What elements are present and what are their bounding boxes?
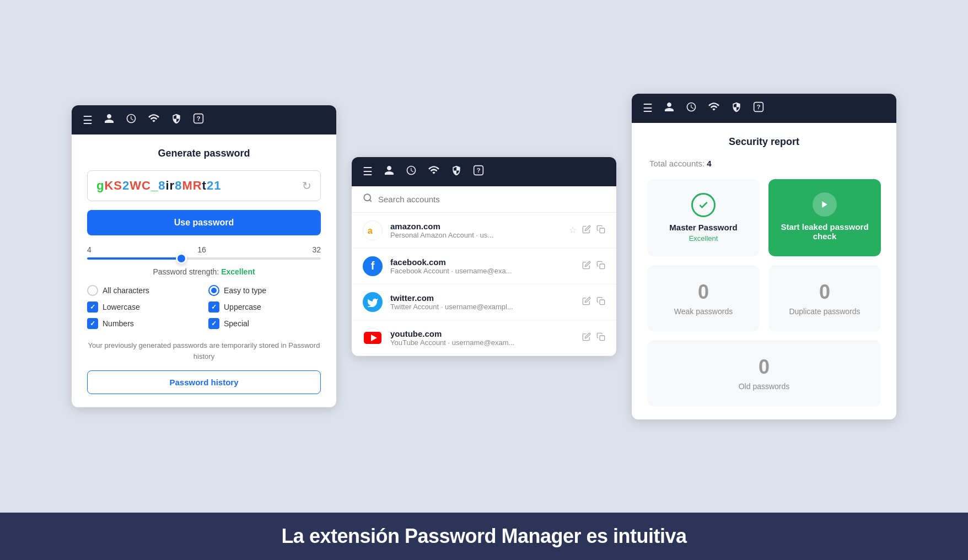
use-password-button[interactable]: Use password (87, 210, 321, 235)
hamburger-icon-3[interactable]: ☰ (643, 101, 653, 115)
easy-to-type-radio[interactable] (208, 285, 219, 296)
search-input[interactable] (378, 195, 605, 204)
account-item-amazon[interactable]: a amazon.com Personal Amazon Account · u… (352, 213, 616, 249)
svg-text:?: ? (476, 166, 480, 174)
lowercase-label: Lowercase (103, 303, 140, 311)
accounts-list: a amazon.com Personal Amazon Account · u… (352, 213, 616, 356)
slider-current: 16 (197, 245, 206, 254)
account-item-facebook[interactable]: f facebook.com Facebook Account · userna… (352, 249, 616, 284)
shield-icon[interactable] (171, 113, 182, 127)
wifi-icon[interactable] (148, 114, 160, 126)
youtube-info: youtube.com YouTube Account · username@e… (390, 329, 574, 347)
wifi-icon-2[interactable] (428, 165, 440, 178)
duplicate-passwords-count: 0 (819, 281, 830, 304)
clock-icon-2[interactable] (406, 165, 417, 179)
facebook-info: facebook.com Facebook Account · username… (390, 257, 574, 275)
wifi-icon-3[interactable] (708, 102, 720, 115)
strength-label: Password strength: (153, 267, 219, 276)
master-password-card[interactable]: Master Password Excellent (647, 179, 760, 256)
svg-text:?: ? (756, 103, 760, 110)
search-bar (352, 186, 616, 213)
amazon-copy-icon[interactable] (596, 225, 605, 236)
shield-icon-3[interactable] (731, 101, 742, 115)
easy-to-type-label: Easy to type (224, 286, 266, 295)
search-icon (363, 193, 373, 206)
special-checkbox[interactable] (208, 318, 219, 329)
clock-icon[interactable] (126, 113, 137, 127)
youtube-edit-icon[interactable] (582, 332, 591, 343)
password-history-button[interactable]: Password history (87, 370, 321, 394)
help-icon[interactable]: ? (193, 113, 204, 127)
total-accounts: Total accounts: 4 (647, 159, 881, 168)
uppercase-option[interactable]: Uppercase (208, 301, 321, 313)
master-password-check-icon (691, 193, 716, 217)
all-characters-radio[interactable] (87, 285, 98, 296)
amazon-sub: Personal Amazon Account · us... (390, 231, 561, 239)
password-text: gKS2WC_8ir8MRt21 (96, 179, 221, 193)
account-item-twitter[interactable]: twitter.com Twitter Account · username@e… (352, 284, 616, 320)
master-password-title: Master Password (669, 223, 737, 232)
youtube-actions (582, 332, 605, 343)
svg-text:?: ? (196, 115, 200, 122)
refresh-icon[interactable]: ↻ (302, 179, 311, 192)
history-note: Your previously generated passwords are … (87, 340, 321, 362)
person-icon-3[interactable] (664, 101, 675, 115)
help-icon-3[interactable]: ? (753, 101, 764, 115)
youtube-copy-icon[interactable] (596, 332, 605, 343)
person-icon-2[interactable] (384, 165, 395, 179)
panel-title: Generate password (87, 148, 321, 159)
amazon-edit-icon[interactable] (582, 225, 591, 236)
banner-text: La extensión Password Manager es intuiti… (281, 525, 686, 547)
uppercase-checkbox[interactable] (208, 301, 219, 313)
person-icon[interactable] (104, 113, 115, 127)
account-item-youtube[interactable]: youtube.com YouTube Account · username@e… (352, 320, 616, 356)
numbers-checkbox[interactable] (87, 318, 98, 329)
bottom-banner: La extensión Password Manager es intuiti… (0, 513, 968, 560)
navbar-2: ☰ ? (352, 157, 616, 186)
slider-max: 32 (312, 245, 321, 254)
security-report-title: Security report (647, 136, 881, 148)
lowercase-option[interactable]: Lowercase (87, 301, 200, 313)
svg-marker-15 (822, 201, 827, 208)
amazon-name: amazon.com (390, 222, 561, 231)
navbar-1: ☰ ? (72, 105, 336, 134)
facebook-sub: Facebook Account · username@exa... (390, 267, 574, 275)
leaked-password-card[interactable]: Start leaked password check (768, 179, 881, 256)
svg-rect-9 (600, 300, 605, 305)
shield-icon-2[interactable] (451, 165, 462, 179)
master-password-subtitle: Excellent (689, 234, 718, 243)
svg-line-5 (369, 200, 371, 201)
play-icon (813, 192, 837, 217)
password-length-slider[interactable] (87, 257, 321, 260)
slider-min: 4 (87, 245, 92, 254)
amazon-star-icon[interactable]: ☆ (569, 225, 577, 236)
uppercase-label: Uppercase (224, 303, 261, 311)
special-option[interactable]: Special (208, 318, 321, 329)
numbers-label: Numbers (103, 319, 134, 328)
easy-to-type-option[interactable]: Easy to type (208, 285, 321, 296)
navbar-3: ☰ ? (632, 94, 896, 123)
all-characters-option[interactable]: All characters (87, 285, 200, 296)
facebook-edit-icon[interactable] (582, 261, 591, 272)
slider-range-labels: 4 16 32 (87, 245, 321, 254)
numbers-option[interactable]: Numbers (87, 318, 200, 329)
duplicate-passwords-card[interactable]: 0 Duplicate passwords (768, 265, 881, 331)
accounts-panel: ☰ ? (352, 157, 616, 356)
help-icon-2[interactable]: ? (473, 165, 484, 179)
svg-text:a: a (368, 225, 373, 235)
amazon-info: amazon.com Personal Amazon Account · us.… (390, 222, 561, 239)
options-grid: All characters Easy to type Lowercase Up… (87, 285, 321, 329)
security-report-panel: ☰ ? Security report Total accounts: 4 (632, 94, 896, 419)
weak-passwords-card[interactable]: 0 Weak passwords (647, 265, 760, 331)
hamburger-icon[interactable]: ☰ (83, 114, 93, 127)
old-passwords-card[interactable]: 0 Old passwords (647, 340, 881, 406)
facebook-copy-icon[interactable] (596, 261, 605, 272)
twitter-copy-icon[interactable] (596, 297, 605, 308)
total-accounts-label: Total accounts: (649, 159, 705, 168)
lowercase-checkbox[interactable] (87, 301, 98, 313)
strength-row: Password strength: Excellent (87, 267, 321, 276)
clock-icon-3[interactable] (686, 101, 697, 115)
hamburger-icon-2[interactable]: ☰ (363, 165, 373, 178)
twitter-edit-icon[interactable] (582, 297, 591, 308)
generate-password-panel: ☰ ? Generate password gKS2WC_8ir8MRt21 (72, 105, 336, 407)
